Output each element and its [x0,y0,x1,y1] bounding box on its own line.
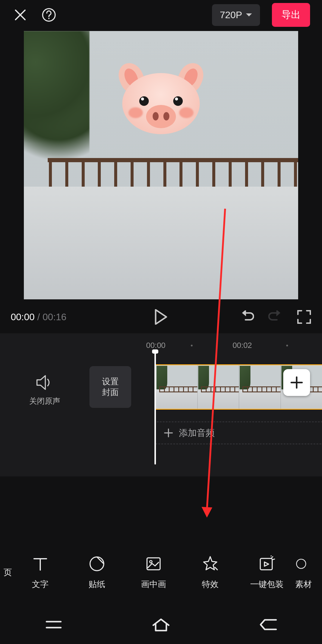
back-icon [259,618,277,631]
redo-button[interactable] [268,310,283,324]
preview-area[interactable] [0,30,322,301]
tool-material[interactable]: 素材 [295,555,322,590]
package-icon [258,555,275,572]
tool-one-click-package[interactable]: 一键包装 [239,555,295,590]
top-bar: 720P 导出 [0,0,322,30]
timeline-ruler: 00:00 00:02 [0,339,322,351]
pip-icon [145,556,162,572]
play-button[interactable] [154,310,168,324]
playback-bar: 00:00 / 00:16 [0,301,322,333]
close-icon [13,8,27,22]
fullscreen-icon [297,310,311,324]
svg-point-5 [150,561,152,563]
fullscreen-button[interactable] [297,310,311,324]
timeline[interactable]: 00:00 00:02 关闭原声 设置 封面 添加音频 [0,333,322,476]
clip-thumbnail [239,365,281,409]
home-icon [151,617,171,632]
time-current: 00:00 [11,312,35,322]
text-icon [32,556,48,572]
svg-rect-7 [296,559,306,568]
material-icon [295,556,307,572]
play-icon [154,309,168,325]
clip-thumbnail [197,365,239,409]
svg-marker-3 [202,507,212,518]
nav-home-button[interactable] [149,616,173,634]
nav-menu-button[interactable] [42,616,66,634]
mute-original-button[interactable]: 关闭原声 [18,375,72,406]
time-display: 00:00 / 00:16 [11,312,66,323]
set-cover-button[interactable]: 设置 封面 [89,366,131,408]
tool-item-partial[interactable]: 页 [0,567,12,578]
help-icon [41,7,56,22]
bottom-toolbar[interactable]: 页 文字 贴纸 画中画 特效 一键包装 素材 [0,543,322,602]
time-duration: 00:16 [43,312,66,322]
close-button[interactable] [12,7,29,23]
svg-point-1 [48,18,49,19]
tool-sticker[interactable]: 贴纸 [69,555,125,590]
playhead[interactable] [154,351,156,465]
resolution-value: 720P [220,10,242,21]
clip-thumbnail [156,365,197,409]
pig-sticker[interactable] [122,69,200,134]
svg-rect-6 [260,558,272,570]
redo-icon [268,310,283,323]
chevron-down-icon [246,13,252,17]
help-button[interactable] [41,7,57,23]
system-nav-bar [0,605,322,644]
svg-rect-4 [147,558,160,570]
speaker-icon [36,375,53,390]
add-audio-button[interactable]: 添加音频 [155,422,322,444]
undo-icon [240,310,254,323]
plus-icon [164,428,173,437]
preview-frame [24,31,298,299]
menu-icon [45,619,62,631]
plus-icon [290,376,303,389]
add-clip-button[interactable] [283,369,310,396]
tool-effects[interactable]: 特效 [182,555,239,590]
tool-text[interactable]: 文字 [12,555,69,590]
export-button[interactable]: 导出 [272,3,310,27]
effects-icon [202,555,219,572]
resolution-select[interactable]: 720P [212,4,260,26]
tool-pip[interactable]: 画中画 [125,555,182,590]
undo-button[interactable] [240,310,254,324]
nav-back-button[interactable] [256,616,280,634]
sticker-icon [89,556,105,572]
